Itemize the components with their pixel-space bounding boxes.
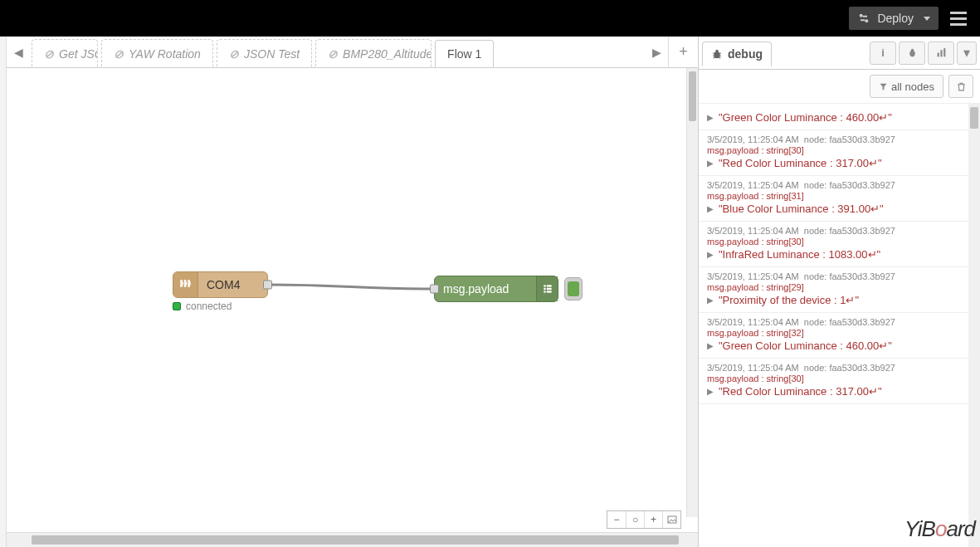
debug-msg-meta: 3/5/2019, 11:25:04 AM node: faa530d3.3b9… <box>707 180 973 190</box>
expand-caret-icon[interactable]: ▶ <box>707 250 715 259</box>
debug-msg-payload[interactable]: ▶"Green Color Luminance : 460.00↵" <box>707 111 973 124</box>
node-label: msg.payload <box>435 282 536 295</box>
wire[interactable] <box>7 68 698 532</box>
sidebar-chart-button[interactable] <box>928 42 954 65</box>
palette-collapsed[interactable] <box>0 37 7 547</box>
svg-rect-14 <box>940 50 942 56</box>
debug-msg-topic: msg.payload : string[30] <box>707 237 973 247</box>
node-serial-in[interactable]: COM4 <box>173 271 268 298</box>
sidebar-debug-button[interactable] <box>899 42 925 65</box>
expand-caret-icon[interactable]: ▶ <box>707 387 715 396</box>
debug-msg-meta: 3/5/2019, 11:25:04 AM node: faa530d3.3b9… <box>707 134 973 144</box>
expand-caret-icon[interactable]: ▶ <box>707 295 715 305</box>
node-debug[interactable]: msg.payload <box>434 276 558 302</box>
debug-msg-payload[interactable]: ▶"Red Color Luminance : 317.00↵" <box>707 385 973 398</box>
zoom-in-button[interactable]: + <box>644 511 662 528</box>
debug-msg-topic: msg.payload : string[32] <box>707 328 973 338</box>
canvas-scrollbar-vertical[interactable] <box>686 68 698 517</box>
tab-json-test[interactable]: ⊘JSON Test <box>217 39 312 67</box>
debug-filter-button[interactable]: all nodes <box>870 75 943 98</box>
svg-point-0 <box>860 14 863 17</box>
app-header: Deploy <box>0 0 980 37</box>
expand-caret-icon[interactable]: ▶ <box>707 341 715 350</box>
debug-toolbar: all nodes <box>699 70 980 104</box>
tab-label: Get JSON <box>59 47 98 61</box>
node-label: COM4 <box>198 278 248 291</box>
deploy-icon <box>857 12 870 25</box>
disabled-icon: ⊘ <box>328 47 338 61</box>
svg-rect-4 <box>544 291 545 292</box>
deploy-label: Deploy <box>877 12 914 25</box>
status-text: connected <box>186 300 232 312</box>
bug-icon <box>711 48 723 60</box>
disabled-icon: ⊘ <box>44 47 54 61</box>
debug-msg-meta: 3/5/2019, 11:25:04 AM node: faa530d3.3b9… <box>707 226 973 236</box>
node-debug-toggle[interactable] <box>564 277 583 300</box>
tab-get-json[interactable]: ⊘Get JSON <box>32 39 98 67</box>
sidebar-tabs: debug i ▾ <box>699 37 980 70</box>
tab-label: Flow 1 <box>447 47 481 61</box>
expand-caret-icon[interactable]: ▶ <box>707 204 715 213</box>
expand-caret-icon[interactable]: ▶ <box>707 159 715 168</box>
workspace: ◀ ⊘Get JSON ⊘YAW Rotation ⊘JSON Test ⊘BM… <box>7 37 698 547</box>
sidebar-tab-debug[interactable]: debug <box>702 42 772 66</box>
sidebar-dropdown-button[interactable]: ▾ <box>957 42 977 65</box>
svg-point-12 <box>910 49 913 51</box>
debug-message[interactable]: 3/5/2019, 11:25:04 AM node: faa530d3.3b9… <box>699 222 980 267</box>
tab-yaw-rotation[interactable]: ⊘YAW Rotation <box>101 39 213 67</box>
debug-message[interactable]: 3/5/2019, 11:25:04 AM node: faa530d3.3b9… <box>699 176 980 222</box>
deploy-button[interactable]: Deploy <box>849 7 939 30</box>
debug-message[interactable]: ▶"Green Color Luminance : 460.00↵" <box>699 104 980 130</box>
debug-message[interactable]: 3/5/2019, 11:25:04 AM node: faa530d3.3b9… <box>699 130 980 176</box>
sidebar-tab-label: debug <box>728 47 763 61</box>
tab-flow-1[interactable]: Flow 1 <box>435 40 494 67</box>
trash-icon <box>956 81 967 92</box>
canvas-scrollbar-horizontal[interactable] <box>7 532 698 547</box>
debug-scrollbar[interactable] <box>968 104 980 547</box>
menu-button[interactable] <box>947 8 970 29</box>
tab-label: JSON Test <box>244 47 300 61</box>
debug-msg-payload[interactable]: ▶"Green Color Luminance : 460.00↵" <box>707 339 973 352</box>
debug-messages[interactable]: ▶"Green Color Luminance : 460.00↵"3/5/20… <box>699 104 980 547</box>
svg-rect-6 <box>546 288 551 290</box>
tabs-scroll-right[interactable]: ▶ <box>645 37 668 67</box>
tab-label: BMP280_Altitude <box>343 47 431 61</box>
svg-rect-13 <box>937 53 939 57</box>
svg-rect-5 <box>546 285 551 286</box>
svg-point-10 <box>715 49 719 52</box>
expand-caret-icon[interactable]: ▶ <box>707 113 715 122</box>
tabs-scroll-left[interactable]: ◀ <box>7 37 30 67</box>
svg-point-11 <box>909 51 915 57</box>
filter-label: all nodes <box>891 81 934 93</box>
zoom-out-button[interactable]: − <box>607 511 626 528</box>
svg-point-1 <box>865 19 869 22</box>
flow-tabs: ◀ ⊘Get JSON ⊘YAW Rotation ⊘JSON Test ⊘BM… <box>7 37 698 68</box>
debug-message[interactable]: 3/5/2019, 11:25:04 AM node: faa530d3.3b9… <box>699 313 980 359</box>
svg-rect-3 <box>544 288 545 290</box>
debug-msg-topic: msg.payload : string[30] <box>707 374 973 383</box>
tab-add-button[interactable]: + <box>668 37 698 67</box>
debug-msg-meta: 3/5/2019, 11:25:04 AM node: faa530d3.3b9… <box>707 363 973 373</box>
node-port-output[interactable] <box>263 281 272 290</box>
debug-msg-topic: msg.payload : string[29] <box>707 282 973 292</box>
debug-msg-topic: msg.payload : string[31] <box>707 191 973 201</box>
canvas[interactable]: COM4 connected msg.payload − <box>7 68 698 532</box>
watermark: YiBoard <box>904 516 975 542</box>
debug-msg-payload[interactable]: ▶"Blue Color Luminance : 391.00↵" <box>707 203 973 215</box>
zoom-reset-button[interactable]: ○ <box>626 511 644 528</box>
caret-down-icon <box>924 17 930 21</box>
node-status: connected <box>173 300 232 312</box>
disabled-icon: ⊘ <box>114 47 124 61</box>
debug-msg-meta: 3/5/2019, 11:25:04 AM node: faa530d3.3b9… <box>707 317 973 327</box>
svg-rect-7 <box>546 291 551 292</box>
debug-message[interactable]: 3/5/2019, 11:25:04 AM node: faa530d3.3b9… <box>699 359 980 404</box>
sidebar-info-button[interactable]: i <box>870 42 896 65</box>
debug-message[interactable]: 3/5/2019, 11:25:04 AM node: faa530d3.3b9… <box>699 267 980 313</box>
debug-clear-button[interactable] <box>948 75 973 98</box>
node-port-input[interactable] <box>430 285 439 294</box>
debug-msg-payload[interactable]: ▶"InfraRed Luminance : 1083.00↵" <box>707 248 973 261</box>
tab-bmp280[interactable]: ⊘BMP280_Altitude <box>315 39 431 67</box>
debug-msg-payload[interactable]: ▶"Proximity of the device : 1↵" <box>707 294 973 306</box>
debug-msg-payload[interactable]: ▶"Red Color Luminance : 317.00↵" <box>707 157 973 169</box>
navigator-button[interactable] <box>662 511 680 528</box>
